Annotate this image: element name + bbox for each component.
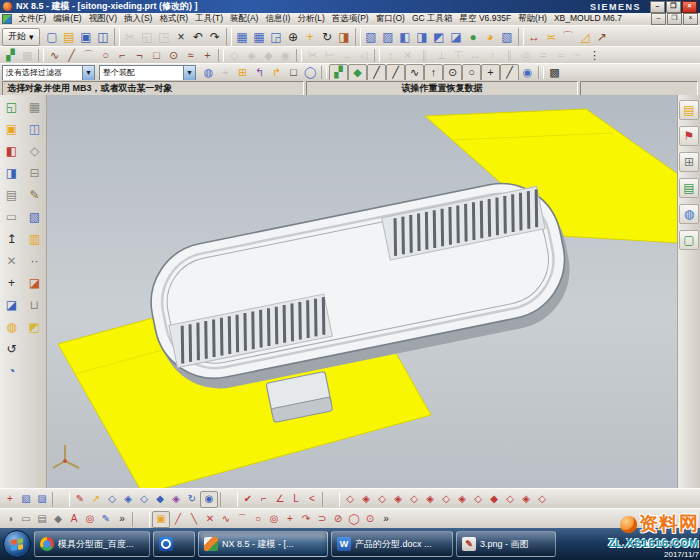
grid-tool-icon[interactable]: ▦	[25, 98, 44, 116]
snap-endpoint-icon[interactable]: ╱	[367, 64, 386, 82]
menu-item[interactable]: 文件(F)	[15, 13, 50, 25]
highlight-box-icon[interactable]: ▣	[152, 511, 170, 528]
true-shading-icon[interactable]: ▧	[499, 28, 516, 46]
sketch-slash-circle-icon[interactable]: ⊘	[330, 512, 346, 527]
sketch-icon[interactable]: ▞	[2, 48, 19, 64]
menu-item[interactable]: 信息(I)	[262, 13, 294, 25]
tray-show-hidden-icon[interactable]: ▴	[629, 540, 633, 549]
rectangle-icon[interactable]: □	[148, 48, 165, 64]
overflow2-icon[interactable]: »	[378, 512, 394, 527]
select-previous-icon[interactable]: ↰	[251, 65, 268, 81]
zoom-fit-icon[interactable]: ⊕	[285, 28, 302, 46]
doc-minimize-button[interactable]: –	[651, 13, 666, 25]
shaded-object-icon[interactable]: ▩	[546, 65, 563, 81]
cylinder-tool-icon[interactable]: ⊟	[25, 164, 44, 182]
measure-length-icon[interactable]: ≍	[543, 28, 560, 46]
project-curve-icon[interactable]: →	[338, 48, 355, 64]
sketch-spline-icon[interactable]: ∿	[218, 512, 234, 527]
datum-diamond4-icon[interactable]: ◆	[152, 492, 168, 507]
menu-item[interactable]: 帮助(H)	[515, 13, 551, 25]
mold-tool-icon[interactable]: ◇	[342, 492, 358, 507]
doc-close-button[interactable]: ×	[683, 13, 698, 25]
menu-item[interactable]: GC 工具箱	[408, 13, 456, 25]
swirl-feature-icon[interactable]: ↻	[184, 492, 200, 507]
chamfer-icon[interactable]: ¬	[131, 48, 148, 64]
toolbar-icon[interactable]	[38, 49, 44, 62]
zoom-window-icon[interactable]: ◲	[268, 28, 285, 46]
select-next-icon[interactable]: ↱	[268, 65, 285, 81]
delete-icon[interactable]: ×	[173, 28, 190, 46]
half-view-icon[interactable]: ◑	[2, 512, 18, 527]
shaded-with-edges-icon[interactable]: ▧	[363, 28, 380, 46]
datum-axis-icon[interactable]: ↗	[88, 492, 104, 507]
measure-angle-icon[interactable]: ◿	[577, 28, 594, 46]
toolbar-icon[interactable]	[114, 28, 120, 46]
toolbar-icon[interactable]	[52, 492, 70, 507]
check-feature-icon[interactable]: ✔	[240, 492, 256, 507]
sketch-arc-icon[interactable]: ⌒	[234, 512, 250, 527]
circle-icon[interactable]: ○	[97, 48, 114, 64]
constraint-navigator-icon[interactable]: ⊞	[679, 152, 699, 172]
mold-tool-icon[interactable]: ◆	[486, 492, 502, 507]
selection-filter-combo[interactable]: 没有选择过滤器 ▼	[2, 65, 95, 81]
pencil-tool-icon[interactable]: ✎	[25, 186, 44, 204]
fillet-icon[interactable]: ⌐	[114, 48, 131, 64]
menu-item[interactable]: 格式(R)	[156, 13, 192, 25]
hidden-edges-icon[interactable]: ◨	[414, 28, 431, 46]
constraint-fixed-icon[interactable]: ⊤	[450, 48, 467, 64]
sphere-tool-icon[interactable]: ◔	[2, 362, 21, 380]
target-tool-icon[interactable]: ◎	[82, 512, 98, 527]
datum-csys-icon[interactable]: +	[2, 492, 18, 507]
arc-icon[interactable]: ⌒	[80, 48, 97, 64]
toolbar-icon[interactable]	[321, 66, 327, 79]
rotate-tool-icon[interactable]: ↺	[2, 340, 21, 358]
snap-intersection-icon[interactable]: +	[481, 64, 500, 82]
snapshot-icon[interactable]: ◨	[336, 28, 353, 46]
point-icon[interactable]: +	[199, 48, 216, 64]
taskbar-wps-button[interactable]: W 产品的分型.docx ...	[331, 531, 453, 557]
studio-render-icon[interactable]: ◩	[431, 28, 448, 46]
trim-curve-icon[interactable]: ✂	[304, 48, 321, 64]
direction-arrow-icon[interactable]: ↥	[2, 230, 21, 248]
mold-tool-icon[interactable]: ◇	[438, 492, 454, 507]
snap-pole-icon[interactable]: ↑	[424, 64, 443, 82]
feature-list-icon[interactable]: ▤	[2, 186, 21, 204]
menu-item[interactable]: 装配(A)	[227, 13, 262, 25]
mold-tool-icon[interactable]: ◇	[406, 492, 422, 507]
sketch-pencil-icon[interactable]: ✎	[72, 492, 88, 507]
constraint-concentric-icon[interactable]: ◎	[518, 48, 535, 64]
point-feature-icon[interactable]: ◉	[200, 491, 218, 508]
toolbar-icon[interactable]	[538, 66, 544, 79]
save-as-icon[interactable]: ◫	[95, 28, 112, 46]
sketch-cup-icon[interactable]: ⊃	[314, 512, 330, 527]
revolve-icon[interactable]: ◉	[277, 48, 294, 64]
measure-distance-icon[interactable]: ↔	[526, 28, 543, 46]
nav-diamond-icon[interactable]: ◆	[50, 512, 66, 527]
taskbar-clock[interactable]: 2017/11/7	[657, 540, 696, 549]
clamp-tool-icon[interactable]: ⊔	[25, 296, 44, 314]
taskbar-knot-app-button[interactable]	[153, 531, 195, 557]
corner-feature-icon[interactable]: ⌐	[256, 492, 272, 507]
constraint-smooth-icon[interactable]: ~	[569, 48, 586, 64]
sketch-hook-icon[interactable]: ↷	[298, 512, 314, 527]
sketch-ring-icon[interactable]: ◯	[346, 512, 362, 527]
add-tool-icon[interactable]: +	[2, 274, 21, 292]
menu-item[interactable]: 星空 V6.935F	[456, 13, 515, 25]
constraint-perpendicular-icon[interactable]: ⊥	[433, 48, 450, 64]
doc-restore-button[interactable]: ❐	[667, 13, 682, 25]
mold-tool-icon[interactable]: ◈	[518, 492, 534, 507]
offset-curve-icon[interactable]: ◇	[226, 48, 243, 64]
k-feature-icon[interactable]: <	[304, 492, 320, 507]
taskbar-chrome-button[interactable]: 模具分型面_百度...	[34, 531, 150, 557]
menu-item[interactable]: 窗口(O)	[372, 13, 408, 25]
sketch-dot-ring-icon[interactable]: ⊙	[362, 512, 378, 527]
wire-cube-icon[interactable]: ▨	[34, 492, 50, 507]
toolbar-icon[interactable]	[322, 492, 340, 507]
pen-tool-icon[interactable]: ✎	[98, 512, 114, 527]
sketch-cross-icon[interactable]: ✕	[202, 512, 218, 527]
start-orb-button[interactable]	[3, 530, 31, 558]
mold-tool-icon[interactable]: ◇	[470, 492, 486, 507]
face-analysis-icon[interactable]: ●	[465, 28, 482, 46]
history-palette-icon[interactable]: ▢	[679, 230, 699, 250]
find-component-icon[interactable]: ⊞	[234, 65, 251, 81]
